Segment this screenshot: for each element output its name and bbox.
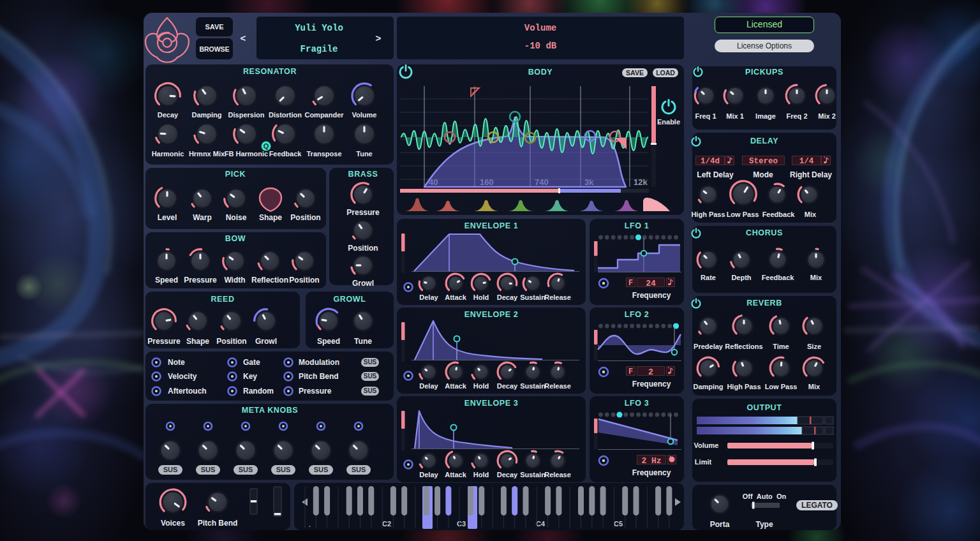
svg-text:Q: Q xyxy=(264,142,269,150)
